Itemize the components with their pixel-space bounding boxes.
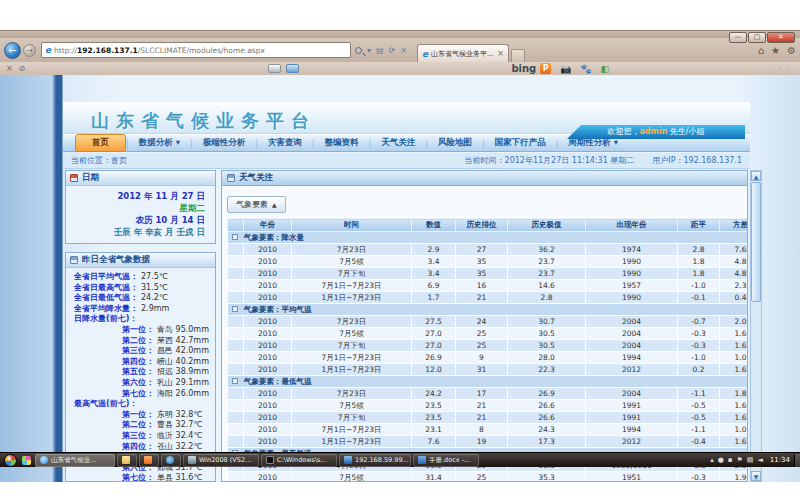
tray-icon-5[interactable]: ◄ [757, 456, 762, 464]
address-bar[interactable]: e http://192.168.137.1/SLCCLIMATE/module… [41, 42, 351, 58]
back-button[interactable]: ← [4, 42, 21, 59]
table-row[interactable]: 20101月1日~7月23日7.61917.32012-0.41.6 [228, 436, 749, 448]
taskbar-window-6[interactable]: 192.168.59.99... [339, 454, 411, 467]
maximize-button[interactable]: ▢ [748, 32, 766, 43]
col-header-6[interactable]: 距平 [678, 219, 720, 232]
page-scrollbar[interactable]: ▲ ▼ [750, 170, 762, 482]
scroll-down-icon[interactable]: ▼ [751, 471, 761, 481]
nav-item-5[interactable]: 天气关注 [371, 135, 425, 151]
mail-icon[interactable] [286, 64, 299, 73]
taskbar-window-5[interactable]: C:\Windows\s... [261, 454, 337, 467]
taskbar-window-pinned-2[interactable] [139, 454, 159, 467]
nav-item-7[interactable]: 国家下行产品 [485, 135, 556, 151]
table-row[interactable]: 20107月23日27.52430.72004-0.72.0 [228, 316, 749, 328]
table-row[interactable]: 20107月5候3.43523.719901.84.8 [228, 256, 749, 268]
taskbar-window-pinned-1[interactable] [117, 454, 137, 467]
group-row-2[interactable]: 气象要素：最低气温 [228, 376, 749, 388]
nav-item-3[interactable]: 灾害查询 [258, 135, 312, 151]
tray-icon-0[interactable]: ▴ [710, 456, 714, 464]
nav-item-4[interactable]: 整编资料 [315, 135, 369, 151]
cell-6: -0.1 [678, 292, 720, 304]
puzzle-icon[interactable]: ◧ [601, 64, 610, 74]
overflow-dots-icon[interactable]: · · · [772, 64, 790, 73]
tools-gear-icon[interactable]: ⚙ [787, 45, 796, 56]
taskbar-window-0[interactable]: 山东省气候业... [35, 454, 115, 467]
cell-0: 2010 [244, 364, 292, 376]
p-logo-icon[interactable]: P [540, 63, 551, 74]
table-row[interactable]: 20107月下旬27.02530.52004-0.31.6 [228, 340, 749, 352]
home-icon[interactable]: ⌂ [758, 45, 764, 56]
table-row[interactable]: 20107月1日~7月23日23.1824.31994-1.11.0 [228, 424, 749, 436]
table-row[interactable]: 20107月1日~7月23日6.91614.61957-1.02.3 [228, 280, 749, 292]
scroll-up-icon[interactable]: ▲ [751, 171, 761, 181]
table-row[interactable]: 20107月下旬23.52126.61991-0.51.6 [228, 412, 749, 424]
table-row[interactable]: 20107月5候27.02530.52004-0.31.6 [228, 328, 749, 340]
camera-icon[interactable]: 📷 [560, 64, 571, 74]
weather-line-19: 第七位：单县 31.6℃ [66, 473, 215, 482]
group-row-0[interactable]: 气象要素：降水量 [228, 232, 749, 244]
nav-item-6[interactable]: 风险地图 [428, 135, 482, 151]
tray-icon-4[interactable]: ▤ [747, 456, 754, 464]
col-header-0[interactable]: 年份 [244, 219, 292, 232]
col-header-4[interactable]: 历史极值 [508, 219, 586, 232]
cell-1: 7月1日~7月23日 [292, 352, 412, 364]
col-header-7[interactable]: 方差 [720, 219, 749, 232]
bing-logo[interactable]: bing [511, 63, 536, 74]
table-row[interactable]: 20101月1日~7月23日1.7212.81990-0.10.4 [228, 292, 749, 304]
minimize-button[interactable]: — [729, 32, 747, 43]
close-button[interactable]: ✕ [767, 32, 795, 43]
tab-close-icon[interactable]: × [497, 49, 504, 58]
tab-favicon-icon: e [422, 49, 428, 59]
table-row[interactable]: 20101月1日~7月23日12.03122.320120.21.6 [228, 364, 749, 376]
start-button[interactable] [4, 454, 17, 467]
nav-item-2[interactable]: 极端性分析 [193, 135, 256, 151]
cell-2: 12.0 [412, 364, 456, 376]
group-row-1[interactable]: 气象要素：平均气温 [228, 304, 749, 316]
nav-item-0[interactable]: 首页 [75, 134, 126, 152]
expand-icon[interactable] [232, 306, 238, 312]
table-row[interactable]: 20107月1日~7月23日26.9928.01994-1.01.0 [228, 352, 749, 364]
expand-icon[interactable] [232, 378, 238, 384]
cell-5: 1957 [586, 280, 678, 292]
pinwheel-app-icon[interactable] [22, 456, 31, 465]
show-desktop-button[interactable] [794, 454, 800, 467]
expand-icon[interactable] [232, 234, 238, 240]
new-tab-button[interactable] [511, 49, 525, 62]
weather-line-7: 第三位：昌邑 42.0mm [66, 346, 215, 357]
search-icon[interactable] [355, 47, 362, 54]
scrollbar-thumb[interactable] [751, 182, 761, 302]
date-panel-header: 日期 [66, 171, 215, 186]
table-row[interactable]: 20107月23日24.21726.92004-1.11.8 [228, 388, 749, 400]
window-titlebar[interactable] [0, 30, 800, 38]
taskbar-window-7[interactable]: 手册.docx -... [413, 454, 479, 467]
favorites-star-icon[interactable]: ★ [771, 45, 780, 56]
browser-toolbar-row: × ⊘ bing P 📷 🐾 ◧ · · · [0, 62, 800, 75]
col-header-1[interactable]: 时间 [292, 219, 412, 232]
tray-icon-1[interactable]: ● [718, 456, 724, 464]
table-row[interactable]: 20107月23日2.92736.219742.87.6 [228, 244, 749, 256]
paw-icon[interactable]: 🐾 [581, 64, 592, 74]
tray-icon-2[interactable]: ▪ [728, 456, 733, 464]
stop-icon[interactable]: × [400, 46, 407, 55]
taskbar-window-pinned-3[interactable] [161, 454, 181, 467]
cell-1: 7月1日~7月23日 [292, 280, 412, 292]
blocked-plugin-icon[interactable]: ⊘ [19, 64, 26, 73]
col-header-2[interactable]: 数值 [412, 219, 456, 232]
weather-line-label: 第五位： [122, 367, 154, 376]
taskbar-window-4[interactable]: Win2008 (VS2... [183, 454, 259, 467]
close-toolbar-icon[interactable]: × [6, 64, 13, 73]
tray-icon-3[interactable]: ⚑ [737, 456, 743, 464]
table-row[interactable]: 20107月5候31.42535.31951-0.31.9 [228, 472, 749, 483]
element-filter-button[interactable]: 气象要素▲ [227, 196, 286, 213]
refresh-icon[interactable]: ⟳ [389, 46, 396, 55]
dropdown-arrow-icon[interactable]: ▾ [367, 46, 371, 55]
table-row[interactable]: 20107月5候23.52126.61991-0.51.6 [228, 400, 749, 412]
compatibility-view-icon[interactable]: ▤ [376, 46, 384, 55]
card-icon[interactable] [268, 64, 281, 73]
browser-tab[interactable]: e 山东省气候业务平... × [417, 44, 509, 62]
nav-item-1[interactable]: 数据分析 ▾ [129, 135, 190, 151]
col-header-5[interactable]: 出现年份 [586, 219, 678, 232]
col-header-3[interactable]: 历史排位 [456, 219, 508, 232]
forward-button[interactable]: → [23, 44, 36, 57]
table-row[interactable]: 20107月下旬3.43523.719901.84.8 [228, 268, 749, 280]
